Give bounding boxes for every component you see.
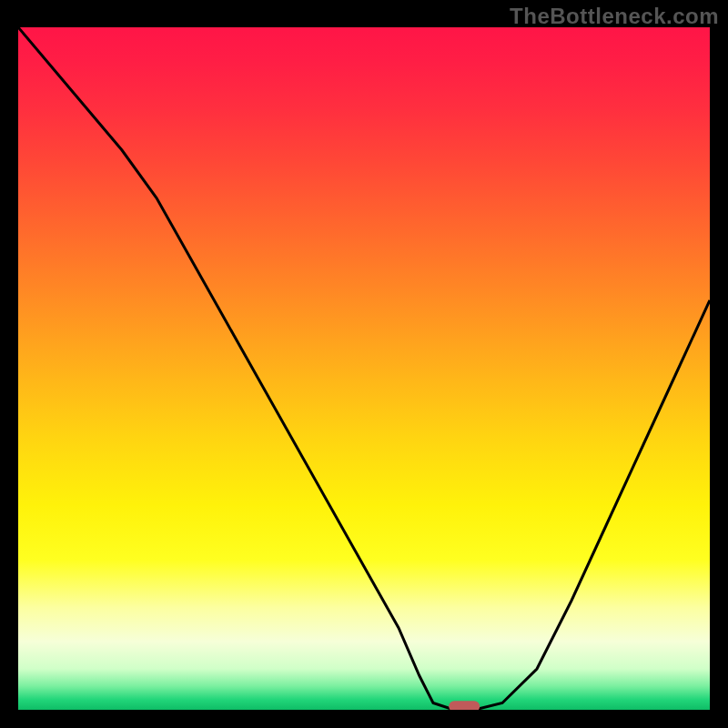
optimal-point-marker — [449, 701, 480, 710]
watermark-text: TheBottleneck.com — [510, 4, 719, 29]
gradient-background — [18, 27, 710, 710]
bottleneck-chart-svg — [18, 27, 710, 710]
chart-frame: TheBottleneck.com — [0, 0, 728, 728]
plot-area — [18, 27, 710, 710]
